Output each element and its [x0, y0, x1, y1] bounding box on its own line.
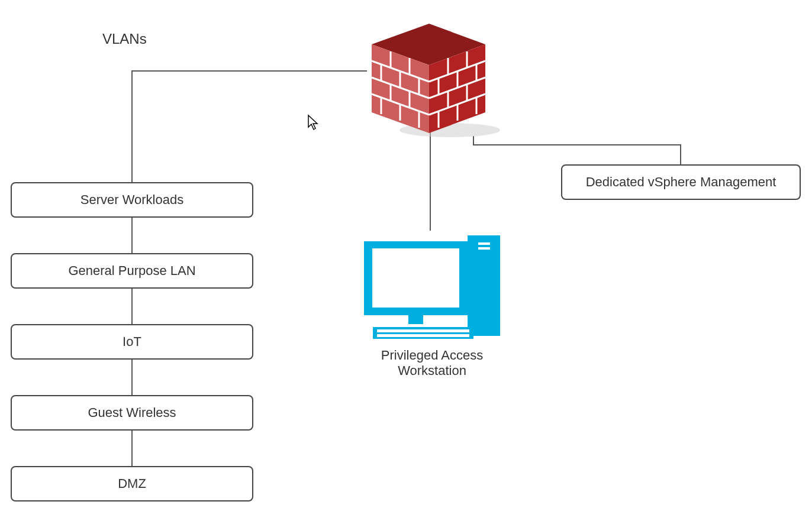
svg-rect-34: [372, 248, 459, 308]
vlan-box-server-workloads: Server Workloads: [11, 182, 253, 218]
workstation-label-line2: Workstation: [360, 363, 504, 378]
dedicated-vsphere-box: Dedicated vSphere Management: [561, 164, 801, 200]
vlan-box-guest-wireless: Guest Wireless: [11, 395, 253, 431]
svg-rect-37: [377, 329, 469, 332]
svg-rect-38: [377, 334, 469, 337]
svg-rect-35: [408, 315, 423, 324]
vlan-label: IoT: [123, 334, 141, 350]
workstation-label: Privileged Access Workstation: [360, 348, 504, 378]
vlan-label: Server Workloads: [80, 192, 183, 208]
workstation-label-line1: Privileged Access: [360, 348, 504, 363]
vlans-title: VLANs: [102, 31, 147, 47]
vlan-box-iot: IoT: [11, 324, 253, 360]
svg-rect-32: [478, 247, 490, 250]
vlan-label: Guest Wireless: [88, 405, 176, 420]
dedicated-vsphere-label: Dedicated vSphere Management: [586, 174, 776, 190]
workstation-icon: [358, 229, 506, 350]
svg-rect-30: [468, 235, 500, 336]
vlan-box-dmz: DMZ: [11, 466, 253, 501]
vlan-label: DMZ: [118, 476, 146, 491]
vlan-box-general-purpose-lan: General Purpose LAN: [11, 253, 253, 289]
firewall-icon: [367, 21, 503, 141]
cursor-icon: [307, 114, 320, 133]
vlan-label: General Purpose LAN: [68, 263, 195, 279]
svg-rect-31: [478, 242, 490, 245]
